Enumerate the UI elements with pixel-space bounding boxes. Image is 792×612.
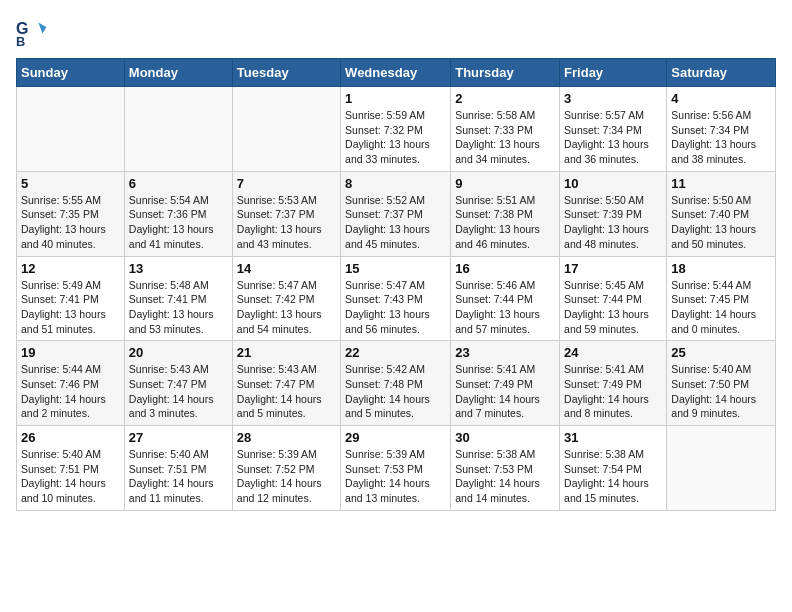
- day-number: 24: [564, 345, 662, 360]
- day-detail: Sunrise: 5:41 AM Sunset: 7:49 PM Dayligh…: [455, 362, 555, 421]
- weekday-header: Friday: [560, 59, 667, 87]
- calendar-cell: 22Sunrise: 5:42 AM Sunset: 7:48 PM Dayli…: [341, 341, 451, 426]
- day-number: 22: [345, 345, 446, 360]
- day-number: 20: [129, 345, 228, 360]
- day-detail: Sunrise: 5:43 AM Sunset: 7:47 PM Dayligh…: [237, 362, 336, 421]
- day-detail: Sunrise: 5:44 AM Sunset: 7:46 PM Dayligh…: [21, 362, 120, 421]
- calendar-cell: 30Sunrise: 5:38 AM Sunset: 7:53 PM Dayli…: [451, 426, 560, 511]
- day-number: 29: [345, 430, 446, 445]
- day-number: 16: [455, 261, 555, 276]
- weekday-header: Saturday: [667, 59, 776, 87]
- calendar-cell: 18Sunrise: 5:44 AM Sunset: 7:45 PM Dayli…: [667, 256, 776, 341]
- day-detail: Sunrise: 5:55 AM Sunset: 7:35 PM Dayligh…: [21, 193, 120, 252]
- day-detail: Sunrise: 5:54 AM Sunset: 7:36 PM Dayligh…: [129, 193, 228, 252]
- day-detail: Sunrise: 5:50 AM Sunset: 7:39 PM Dayligh…: [564, 193, 662, 252]
- calendar-cell: 2Sunrise: 5:58 AM Sunset: 7:33 PM Daylig…: [451, 87, 560, 172]
- day-number: 9: [455, 176, 555, 191]
- day-detail: Sunrise: 5:53 AM Sunset: 7:37 PM Dayligh…: [237, 193, 336, 252]
- day-number: 2: [455, 91, 555, 106]
- page-header: G B: [16, 16, 776, 48]
- calendar-cell: 8Sunrise: 5:52 AM Sunset: 7:37 PM Daylig…: [341, 171, 451, 256]
- day-detail: Sunrise: 5:45 AM Sunset: 7:44 PM Dayligh…: [564, 278, 662, 337]
- calendar-cell: 17Sunrise: 5:45 AM Sunset: 7:44 PM Dayli…: [560, 256, 667, 341]
- calendar-cell: [232, 87, 340, 172]
- calendar-week-row: 1Sunrise: 5:59 AM Sunset: 7:32 PM Daylig…: [17, 87, 776, 172]
- day-detail: Sunrise: 5:40 AM Sunset: 7:50 PM Dayligh…: [671, 362, 771, 421]
- calendar-cell: 5Sunrise: 5:55 AM Sunset: 7:35 PM Daylig…: [17, 171, 125, 256]
- calendar-cell: 12Sunrise: 5:49 AM Sunset: 7:41 PM Dayli…: [17, 256, 125, 341]
- day-detail: Sunrise: 5:38 AM Sunset: 7:53 PM Dayligh…: [455, 447, 555, 506]
- calendar-cell: [667, 426, 776, 511]
- day-number: 4: [671, 91, 771, 106]
- day-detail: Sunrise: 5:47 AM Sunset: 7:42 PM Dayligh…: [237, 278, 336, 337]
- day-detail: Sunrise: 5:38 AM Sunset: 7:54 PM Dayligh…: [564, 447, 662, 506]
- day-detail: Sunrise: 5:49 AM Sunset: 7:41 PM Dayligh…: [21, 278, 120, 337]
- day-number: 3: [564, 91, 662, 106]
- calendar-cell: 19Sunrise: 5:44 AM Sunset: 7:46 PM Dayli…: [17, 341, 125, 426]
- day-detail: Sunrise: 5:43 AM Sunset: 7:47 PM Dayligh…: [129, 362, 228, 421]
- calendar-cell: 10Sunrise: 5:50 AM Sunset: 7:39 PM Dayli…: [560, 171, 667, 256]
- day-number: 19: [21, 345, 120, 360]
- day-number: 30: [455, 430, 555, 445]
- day-number: 11: [671, 176, 771, 191]
- calendar-cell: 1Sunrise: 5:59 AM Sunset: 7:32 PM Daylig…: [341, 87, 451, 172]
- calendar-cell: 13Sunrise: 5:48 AM Sunset: 7:41 PM Dayli…: [124, 256, 232, 341]
- calendar-cell: 21Sunrise: 5:43 AM Sunset: 7:47 PM Dayli…: [232, 341, 340, 426]
- day-detail: Sunrise: 5:57 AM Sunset: 7:34 PM Dayligh…: [564, 108, 662, 167]
- day-number: 18: [671, 261, 771, 276]
- calendar-cell: [124, 87, 232, 172]
- calendar-cell: 27Sunrise: 5:40 AM Sunset: 7:51 PM Dayli…: [124, 426, 232, 511]
- calendar-cell: 3Sunrise: 5:57 AM Sunset: 7:34 PM Daylig…: [560, 87, 667, 172]
- day-number: 21: [237, 345, 336, 360]
- logo: G B: [16, 16, 52, 48]
- day-detail: Sunrise: 5:50 AM Sunset: 7:40 PM Dayligh…: [671, 193, 771, 252]
- day-number: 25: [671, 345, 771, 360]
- day-detail: Sunrise: 5:40 AM Sunset: 7:51 PM Dayligh…: [21, 447, 120, 506]
- day-number: 5: [21, 176, 120, 191]
- weekday-header: Monday: [124, 59, 232, 87]
- day-number: 17: [564, 261, 662, 276]
- day-number: 13: [129, 261, 228, 276]
- calendar-cell: 20Sunrise: 5:43 AM Sunset: 7:47 PM Dayli…: [124, 341, 232, 426]
- day-number: 15: [345, 261, 446, 276]
- day-detail: Sunrise: 5:47 AM Sunset: 7:43 PM Dayligh…: [345, 278, 446, 337]
- calendar-cell: 24Sunrise: 5:41 AM Sunset: 7:49 PM Dayli…: [560, 341, 667, 426]
- calendar-cell: 15Sunrise: 5:47 AM Sunset: 7:43 PM Dayli…: [341, 256, 451, 341]
- calendar-cell: 9Sunrise: 5:51 AM Sunset: 7:38 PM Daylig…: [451, 171, 560, 256]
- calendar-cell: 16Sunrise: 5:46 AM Sunset: 7:44 PM Dayli…: [451, 256, 560, 341]
- day-number: 27: [129, 430, 228, 445]
- day-number: 14: [237, 261, 336, 276]
- day-number: 8: [345, 176, 446, 191]
- day-detail: Sunrise: 5:51 AM Sunset: 7:38 PM Dayligh…: [455, 193, 555, 252]
- calendar-week-row: 19Sunrise: 5:44 AM Sunset: 7:46 PM Dayli…: [17, 341, 776, 426]
- day-number: 1: [345, 91, 446, 106]
- day-detail: Sunrise: 5:41 AM Sunset: 7:49 PM Dayligh…: [564, 362, 662, 421]
- calendar-cell: 6Sunrise: 5:54 AM Sunset: 7:36 PM Daylig…: [124, 171, 232, 256]
- calendar-cell: 29Sunrise: 5:39 AM Sunset: 7:53 PM Dayli…: [341, 426, 451, 511]
- day-detail: Sunrise: 5:46 AM Sunset: 7:44 PM Dayligh…: [455, 278, 555, 337]
- day-detail: Sunrise: 5:59 AM Sunset: 7:32 PM Dayligh…: [345, 108, 446, 167]
- day-number: 6: [129, 176, 228, 191]
- calendar-table: SundayMondayTuesdayWednesdayThursdayFrid…: [16, 58, 776, 511]
- day-number: 31: [564, 430, 662, 445]
- day-number: 10: [564, 176, 662, 191]
- calendar-cell: 28Sunrise: 5:39 AM Sunset: 7:52 PM Dayli…: [232, 426, 340, 511]
- day-detail: Sunrise: 5:39 AM Sunset: 7:52 PM Dayligh…: [237, 447, 336, 506]
- calendar-cell: 31Sunrise: 5:38 AM Sunset: 7:54 PM Dayli…: [560, 426, 667, 511]
- day-number: 26: [21, 430, 120, 445]
- calendar-cell: [17, 87, 125, 172]
- day-number: 23: [455, 345, 555, 360]
- weekday-header-row: SundayMondayTuesdayWednesdayThursdayFrid…: [17, 59, 776, 87]
- calendar-body: 1Sunrise: 5:59 AM Sunset: 7:32 PM Daylig…: [17, 87, 776, 511]
- day-number: 12: [21, 261, 120, 276]
- svg-text:B: B: [16, 34, 25, 48]
- calendar-week-row: 5Sunrise: 5:55 AM Sunset: 7:35 PM Daylig…: [17, 171, 776, 256]
- day-number: 7: [237, 176, 336, 191]
- calendar-week-row: 12Sunrise: 5:49 AM Sunset: 7:41 PM Dayli…: [17, 256, 776, 341]
- weekday-header: Tuesday: [232, 59, 340, 87]
- calendar-cell: 7Sunrise: 5:53 AM Sunset: 7:37 PM Daylig…: [232, 171, 340, 256]
- calendar-cell: 23Sunrise: 5:41 AM Sunset: 7:49 PM Dayli…: [451, 341, 560, 426]
- calendar-cell: 11Sunrise: 5:50 AM Sunset: 7:40 PM Dayli…: [667, 171, 776, 256]
- day-detail: Sunrise: 5:40 AM Sunset: 7:51 PM Dayligh…: [129, 447, 228, 506]
- day-detail: Sunrise: 5:42 AM Sunset: 7:48 PM Dayligh…: [345, 362, 446, 421]
